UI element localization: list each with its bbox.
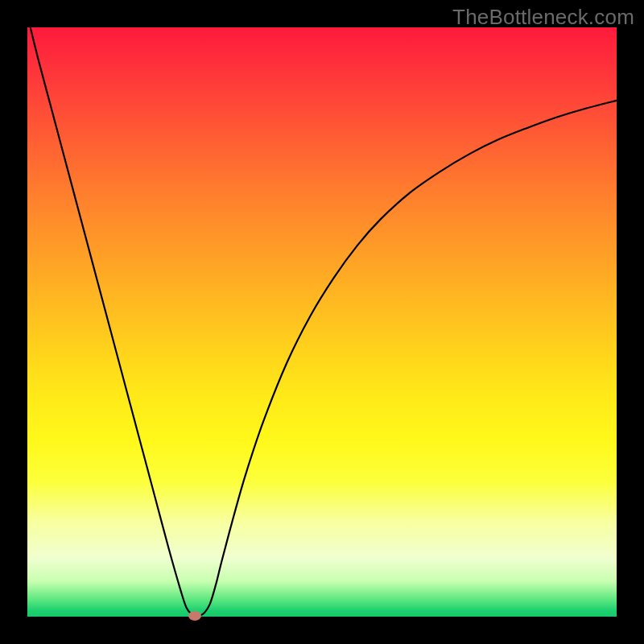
optimal-point-marker <box>188 611 201 621</box>
bottleneck-curve <box>31 27 617 616</box>
watermark: TheBottleneck.com <box>452 5 634 30</box>
curve-layer <box>27 27 617 617</box>
chart-frame: TheBottleneck.com <box>0 0 644 644</box>
